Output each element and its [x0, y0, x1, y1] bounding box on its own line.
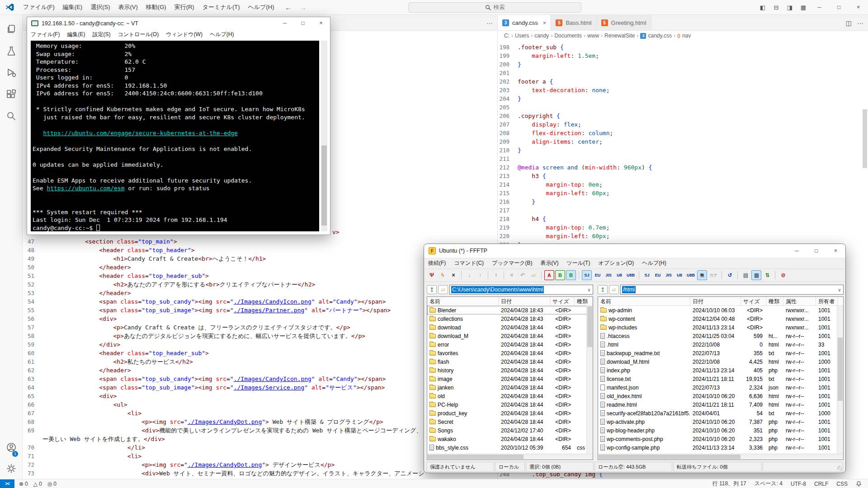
code-line[interactable]: 198.footer_sub {	[498, 43, 652, 52]
editor-scrollbar[interactable]	[863, 109, 867, 168]
quick-connect-icon[interactable]: ϟ	[438, 270, 448, 280]
column-header-日付[interactable]: 日付	[690, 297, 741, 305]
vscode-menu-item[interactable]: ファイル(F)	[19, 0, 59, 14]
right-code-editor[interactable]: 198.footer_sub {199 margin-left: 1.5em;2…	[498, 43, 652, 249]
kana-convert-icon[interactable]: カナ	[708, 270, 719, 280]
code-line[interactable]: 214 margin-top: 0em;	[498, 180, 652, 189]
file-row[interactable]: readme.html2024/11/21 18:117,409htmlrw-r…	[598, 400, 843, 409]
code-line[interactable]: 219 margin-top: 0.7em;	[498, 223, 652, 232]
layout-toggle-icon-2[interactable]: ◨	[784, 4, 796, 11]
mkdir-folder-icon[interactable]: ▱	[528, 270, 538, 280]
file-row[interactable]: product_key2024/04/28 18:44<DIR>	[427, 409, 593, 418]
local-vertical-scrollbar[interactable]	[586, 306, 593, 454]
remote-change-dir-button[interactable]: ▱	[609, 285, 619, 294]
vscode-menu-item[interactable]: 実行(R)	[170, 0, 198, 14]
vscode-menu-item[interactable]: ヘルプ(H)	[244, 0, 278, 14]
file-row[interactable]: old_index.html2024/10/10 06:206,636htmlr…	[598, 392, 843, 400]
mirror-upload-icon[interactable]: ⇅	[762, 270, 772, 280]
code-line[interactable]: 72 <p><img src="./Images/CandyDot.png"> …	[23, 460, 424, 469]
file-row[interactable]: .htaccess2024/11/25 03:04599ht...rw-r--r…	[598, 332, 843, 340]
file-row[interactable]: wakako2024/04/28 18:44<DIR>	[427, 435, 593, 443]
file-row[interactable]: securify-acef28fab120a7a2161bf5...2024/0…	[598, 409, 843, 418]
code-line[interactable]: 56 <div>	[23, 314, 424, 323]
code-line[interactable]: 64 <span class="top_sub_image"><img src=…	[23, 383, 424, 392]
code-line[interactable]: 73 <div>Web サイト、セミナー資料、ロゴなどの魅力的なデザイン。イラス…	[23, 469, 424, 478]
code-line[interactable]: 61 <h2>私たちのサービス</h2>	[23, 357, 424, 366]
code-line[interactable]: 204}	[498, 94, 652, 103]
beaker-icon[interactable]	[6, 46, 17, 56]
code-line[interactable]: 50 </header>	[23, 263, 424, 272]
code-line[interactable]: 53 </header>	[23, 289, 424, 297]
layout-toggle-icon-3[interactable]: ▦	[797, 4, 809, 11]
terminal-titlebar[interactable]: 192.168.1.50 - candy@candy-cc: ~ VT ─□×	[27, 17, 330, 29]
code-line[interactable]: 49 <h1>Candy Craft & Create<br>へようこそ！</h…	[23, 254, 424, 263]
code-line[interactable]: 218 h4 {	[498, 215, 652, 223]
local-kanji-utf8bom-icon[interactable]: U8B	[685, 270, 696, 280]
terminal-link[interactable]: https://ubuntu.com/esm	[47, 185, 124, 192]
warnings-indicator[interactable]: △0	[33, 481, 42, 487]
breadcrumb-item[interactable]: C:	[504, 33, 509, 39]
remote-indicator[interactable]: ><	[0, 479, 14, 488]
code-line[interactable]: ー美しい Web サイトを作成します。</div>	[23, 435, 424, 443]
bell-icon[interactable]	[856, 481, 862, 487]
chevron-down-icon[interactable]: ∨	[585, 287, 593, 292]
code-line[interactable]: 68 <p><img src="./Images/CandyDot.png"> …	[23, 418, 424, 426]
ffftp-titlebar[interactable]: F Ubuntu (*) - FFFTP ─□×	[424, 244, 845, 258]
file-row[interactable]: janken2024/04/28 18:44<DIR>	[427, 383, 593, 392]
column-header-種類[interactable]: 種類	[575, 297, 593, 305]
split-editor-icon[interactable]: ◫	[846, 19, 852, 27]
terminal-menu-item[interactable]: 設定(S)	[89, 31, 114, 38]
forward-arrow-icon[interactable]: →	[300, 4, 307, 11]
ffftp-menu-item[interactable]: ツール(T)	[563, 259, 594, 267]
local-dir-up-button[interactable]: ↥	[427, 285, 437, 294]
code-line[interactable]: 202footer a {	[498, 77, 652, 86]
ffftp-menu-item[interactable]: コマンド(C)	[450, 259, 488, 267]
more-actions-icon[interactable]: ···	[857, 19, 863, 27]
maximize-button[interactable]: □	[807, 244, 826, 258]
left-code-editor[interactable]: 47 <section class="top_main">48 <header …	[23, 237, 424, 486]
code-line[interactable]: 213 h3 {	[498, 172, 652, 180]
status-item-1[interactable]: スペース: 4	[755, 480, 783, 488]
terminal-link[interactable]: https://ubuntu.com/engage/secure-kuberne…	[43, 130, 237, 136]
status-item-4[interactable]: CSS	[836, 481, 848, 487]
code-line[interactable]: 69 <div>機能的で美しいオンラインプレゼンスを実現するための Web サイ…	[23, 426, 424, 435]
host-kanji-jis-icon[interactable]: JIS	[604, 270, 613, 280]
column-header-名前[interactable]: 名前	[598, 297, 690, 305]
file-row[interactable]: Blender2024/04/28 18:43<DIR>	[427, 306, 593, 314]
vscode-menu-item[interactable]: 移動(G)	[142, 0, 170, 14]
code-line[interactable]: 52 <h2>あなたのアイデアを形にする<br>クリエイティブなパートナー</h…	[23, 280, 424, 289]
code-line[interactable]: 57 <p>Candy Craft & Create は、フリーランスのクリエイ…	[23, 323, 424, 332]
host-kanji-euc-icon[interactable]: EU	[593, 270, 603, 280]
back-arrow-icon[interactable]: ←	[285, 4, 292, 11]
download-icon[interactable]: ↓	[464, 270, 474, 280]
file-row[interactable]: manifest.json2022/07/132,324jsonrw-r--r-…	[598, 383, 843, 392]
search-sidebar-icon[interactable]	[6, 111, 17, 122]
file-row[interactable]: history2024/04/28 18:44<DIR>	[427, 366, 593, 375]
code-line[interactable]: 59 </div>	[23, 340, 424, 349]
terminal-menu-item[interactable]: ファイル(F)	[27, 31, 63, 38]
vscode-menu-item[interactable]: 表示(V)	[114, 0, 142, 14]
maximize-button[interactable]: □	[829, 0, 849, 15]
code-line[interactable]: 207 display: flex;	[498, 120, 652, 129]
file-row[interactable]: collections2024/04/28 18:43<DIR>	[427, 314, 593, 323]
layout-toggle-icon-0[interactable]: ◧	[757, 4, 769, 11]
terminal-screen[interactable]: Memory usage: 20% Swap usage: 2% Tempera…	[31, 41, 319, 231]
code-line[interactable]: 200}	[498, 60, 652, 69]
terminal-menu-item[interactable]: ウィンドウ(W)	[162, 31, 206, 38]
code-line[interactable]: 67 <li>	[23, 409, 424, 418]
undo-icon[interactable]: ↶	[518, 270, 528, 280]
file-row[interactable]: index.php2024/11/13 23:14405phprw-r--r--…	[598, 366, 843, 375]
right-breadcrumb[interactable]: C:›Users›candy›Documents›www›RenewalSite…	[498, 31, 868, 41]
breadcrumb-item[interactable]: RenewalSite	[604, 33, 635, 39]
status-item-0[interactable]: 行 118、列 17	[712, 480, 746, 488]
code-line[interactable]: 55 <span class="top_sub_image"><img src=…	[23, 306, 424, 314]
file-row[interactable]: error2024/04/28 18:44<DIR>	[427, 340, 593, 349]
column-header-名前[interactable]: 名前	[427, 297, 499, 305]
host-kanji-sjis-icon[interactable]: SJ	[582, 270, 592, 280]
code-line[interactable]: 217	[498, 206, 652, 215]
layout-toggle-icon-1[interactable]: ⊟	[770, 4, 782, 11]
explorer-icon[interactable]	[6, 24, 17, 35]
more-actions-icon[interactable]: ···	[486, 19, 493, 27]
vscode-menu-item[interactable]: 編集(E)	[59, 0, 86, 14]
host-kanji-utf8bom-icon[interactable]: U8B	[625, 270, 636, 280]
